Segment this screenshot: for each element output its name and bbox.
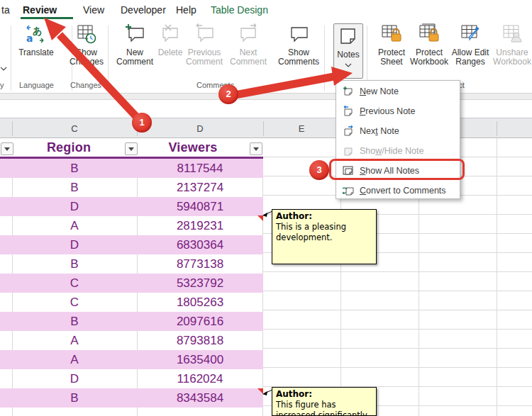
- menu-item-convert-to-comments[interactable]: Convert to Comments: [336, 181, 460, 201]
- show-changes-button[interactable]: Show Changes: [65, 23, 109, 67]
- viewers-cell[interactable]: 1162024: [177, 369, 223, 388]
- region-cell[interactable]: C: [70, 293, 79, 312]
- viewers-cell[interactable]: 5323792: [177, 274, 223, 293]
- column-separator: [263, 121, 264, 136]
- viewers-cell[interactable]: 8117544: [177, 159, 223, 178]
- ribbon-separator: [324, 26, 325, 91]
- button-label: Changes: [70, 57, 104, 67]
- previous-comment-button: Previous Comment: [182, 23, 226, 67]
- svg-text:あ: あ: [33, 26, 42, 36]
- table-row[interactable]: B8117544: [0, 159, 263, 178]
- filter-button[interactable]: [1, 142, 13, 155]
- table-row[interactable]: B2097616: [0, 312, 263, 331]
- region-cell[interactable]: D: [70, 197, 79, 216]
- button-label: Next: [240, 47, 257, 57]
- menu-item-new-note[interactable]: New Note: [336, 81, 460, 101]
- button-label: Protect: [378, 47, 405, 57]
- protect-workbook-button[interactable]: Protect Workbook: [407, 23, 451, 67]
- column-header-d[interactable]: D: [196, 123, 203, 134]
- table-row[interactable]: A2819231: [0, 216, 263, 235]
- show-comments-icon: [277, 23, 321, 46]
- ribbon-tab-bar: ta Review View Developer Help Table Desi…: [0, 0, 532, 20]
- column-separator: [497, 121, 497, 136]
- tab-help[interactable]: Help: [176, 4, 196, 16]
- table-row[interactable]: B2137274: [0, 178, 263, 197]
- table-rows: B8117544 B2137274 D5940871 A2819231 D683…: [0, 159, 263, 416]
- active-tab-underline: [21, 17, 73, 19]
- chevron-down-icon[interactable]: [1, 67, 8, 71]
- table-row[interactable]: D1162024: [0, 369, 263, 388]
- table-row[interactable]: A1635400: [0, 350, 263, 369]
- viewers-cell[interactable]: 2819231: [177, 216, 223, 235]
- viewers-header: Viewers: [168, 140, 217, 155]
- unshare-workbook-icon: [487, 23, 532, 46]
- viewers-cell[interactable]: 5940871: [177, 197, 223, 216]
- new-comment-button[interactable]: New Comment: [113, 23, 157, 67]
- table-row[interactable]: C1805263: [0, 293, 263, 312]
- notes-button[interactable]: Notes: [333, 23, 363, 79]
- button-label: Comments: [278, 57, 319, 67]
- region-cell[interactable]: B: [70, 388, 78, 407]
- viewers-cell[interactable]: 8773138: [177, 254, 223, 274]
- note-box-1[interactable]: Author: This is a pleasing development.: [272, 209, 377, 264]
- svg-text:a: a: [26, 33, 33, 44]
- previous-note-icon: [343, 106, 354, 117]
- notes-icon: [334, 27, 362, 48]
- region-cell[interactable]: B: [70, 178, 78, 197]
- region-cell[interactable]: B: [70, 312, 78, 331]
- region-cell[interactable]: D: [70, 369, 79, 388]
- chevron-down-icon[interactable]: [345, 63, 352, 67]
- region-cell[interactable]: B: [70, 159, 78, 178]
- table-row[interactable]: A8793818: [0, 331, 263, 350]
- viewers-cell[interactable]: 2137274: [177, 178, 223, 197]
- viewers-cell[interactable]: 1635400: [177, 350, 223, 369]
- region-cell[interactable]: D: [70, 235, 79, 254]
- tab-review[interactable]: Review: [23, 4, 57, 16]
- button-label: Comment: [186, 57, 223, 67]
- table-row[interactable]: D6830364: [0, 235, 263, 254]
- note-author-label: Author:: [276, 211, 312, 221]
- region-cell[interactable]: C: [70, 274, 79, 293]
- table-header-row: Region Viewers: [0, 139, 263, 157]
- step1-badge: 1: [132, 113, 152, 133]
- ribbon-separator: [11, 26, 11, 91]
- group-label-changes: Changes: [70, 81, 101, 89]
- region-cell[interactable]: A: [70, 350, 78, 369]
- column-header-e[interactable]: E: [299, 123, 305, 134]
- viewers-cell[interactable]: 1805263: [177, 293, 223, 312]
- filter-button-region[interactable]: [125, 142, 138, 155]
- button-label: Comment: [230, 57, 267, 67]
- tab-view[interactable]: View: [83, 4, 104, 16]
- filter-button-viewers[interactable]: [250, 142, 262, 155]
- viewers-cell[interactable]: 2097616: [177, 312, 223, 331]
- button-label: Translate: [18, 47, 54, 57]
- data-table: Region Viewers B8117544 B2137274 D594087…: [0, 138, 263, 416]
- table-row[interactable]: D5940871: [0, 197, 263, 216]
- menu-item-previous-note[interactable]: Previous Note: [336, 101, 460, 121]
- region-cell[interactable]: A: [70, 216, 78, 235]
- new-comment-icon: [113, 23, 157, 46]
- viewers-cell[interactable]: 8343584: [177, 388, 223, 407]
- menu-item-next-note[interactable]: Next Note: [336, 121, 460, 141]
- show-changes-icon: [65, 23, 109, 46]
- button-label: Show: [76, 47, 97, 57]
- translate-button[interactable]: あ a Translate: [14, 23, 58, 57]
- region-cell[interactable]: A: [70, 331, 78, 350]
- table-row[interactable]: C5323792: [0, 274, 263, 293]
- note-body: This figure has increased significantly: [276, 400, 367, 416]
- button-label: Comment: [116, 57, 153, 67]
- previous-comment-icon: [182, 23, 226, 46]
- table-row[interactable]: B8343584: [0, 388, 263, 407]
- tab-developer[interactable]: Developer: [121, 4, 166, 16]
- column-header-c[interactable]: C: [71, 123, 77, 134]
- note-box-2[interactable]: Author: This figure has increased signif…: [272, 387, 377, 416]
- viewers-cell[interactable]: 6830364: [177, 235, 223, 254]
- tab-data-fragment[interactable]: ta: [1, 4, 10, 16]
- button-label: Protect: [416, 47, 443, 57]
- table-row[interactable]: B8773138: [0, 254, 263, 274]
- tab-table-design[interactable]: Table Design: [211, 4, 268, 16]
- viewers-cell[interactable]: 8793818: [177, 331, 223, 350]
- region-cell[interactable]: B: [70, 254, 78, 274]
- show-comments-button[interactable]: Show Comments: [277, 23, 321, 67]
- unshare-workbook-button: Unshare Workbook: [487, 23, 532, 67]
